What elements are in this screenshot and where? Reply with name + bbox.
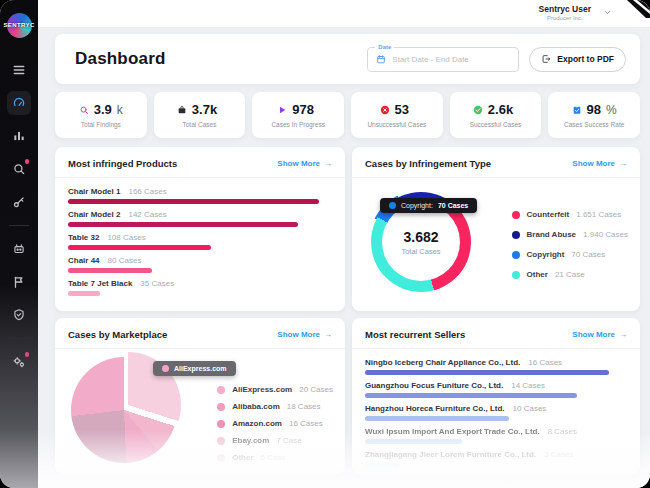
seller-name: Hangzhou Horeca Furniture Co., Ltd. (365, 404, 505, 413)
product-row[interactable]: Chair Model 2142 Cases (68, 210, 332, 227)
kpi-suffix: k (117, 103, 123, 117)
legend-item[interactable]: Counterfeit1.651 Cases (512, 210, 628, 219)
kpi-successful-cases[interactable]: 2.6k Successful Cases (450, 92, 542, 138)
app-logo[interactable]: SENTRYC (2, 12, 36, 42)
chevron-down-icon[interactable] (603, 8, 612, 17)
products-list: Chair Model 1166 Cases Chair Model 2142 … (55, 178, 345, 302)
sidebar-item-statistics[interactable] (7, 124, 31, 148)
briefcase-icon (177, 105, 187, 115)
header-actions: Date Start Date - End Date Export to PDF (367, 47, 626, 72)
sidebar-item-shield[interactable] (7, 303, 31, 327)
kpi-cases-success-rate[interactable]: 98% Cases Success Rate (548, 92, 640, 138)
seller-row[interactable]: Hangzhou Horeca Furniture Co., Ltd.10 Ca… (365, 404, 627, 421)
show-more-link[interactable]: Show More→ (277, 330, 332, 339)
legend-item[interactable]: Copyright70 Cases (512, 250, 628, 259)
seller-name: Zhangjiagang Jieer Lorem Furniture Co., … (365, 450, 536, 459)
seller-name: Ningbo Iceberg Chair Appliance Co., Ltd. (365, 358, 520, 367)
legend-dot (217, 420, 225, 428)
kpi-total-findings[interactable]: 3.9k Total Findings (55, 92, 147, 138)
product-name: Table 7 Jet Black (68, 279, 132, 288)
legend-item[interactable]: Other21 Case (512, 270, 628, 279)
legend-dot (217, 437, 225, 445)
user-name: Sentryc User (539, 4, 591, 14)
legend-item[interactable]: Alibaba.com18 Cases (217, 402, 333, 411)
legend-item[interactable]: AliExpress.com20 Cases (217, 385, 333, 394)
kpi-label: Unsuccessful Cases (367, 121, 426, 128)
sidebar-item-settings[interactable] (7, 350, 31, 374)
panel-title: Cases by Infringement Type (365, 158, 491, 169)
product-row[interactable]: Chair Model 1166 Cases (68, 187, 332, 204)
sidebar-item-search[interactable] (7, 157, 31, 181)
seller-row[interactable]: Zhangjiagang Jieer Lorem Furniture Co., … (365, 450, 627, 467)
search-icon (12, 162, 26, 176)
gauge-icon (12, 96, 26, 110)
check-circle-icon (473, 105, 483, 115)
panel-cases-by-marketplace: Cases by Marketplace Show More→ AliExpre… (55, 318, 345, 474)
marketplace-chart-area: AliExpress.com AliExpress.com20 Cases Al… (55, 349, 345, 469)
legend-dot (512, 271, 520, 279)
user-info: Sentryc User Producer Inc. (539, 4, 591, 21)
seller-row[interactable]: Guangzhou Focus Funiture Co., Ltd.14 Cas… (365, 381, 627, 398)
legend-item[interactable]: Brand Abuse1.940 Cases (512, 230, 628, 239)
show-more-link[interactable]: Show More→ (277, 159, 332, 168)
sellers-list: Ningbo Iceberg Chair Appliance Co., Ltd.… (352, 349, 640, 473)
date-field-label: Date (375, 44, 394, 50)
legend-item[interactable]: Amazon.com16 Cases (217, 419, 333, 428)
tooltip-label: Copyright: (401, 202, 433, 209)
show-more-link[interactable]: Show More→ (572, 330, 627, 339)
date-range-input[interactable]: Date Start Date - End Date (367, 47, 519, 72)
export-pdf-button[interactable]: Export to PDF (529, 47, 626, 72)
arrow-right-icon: → (619, 159, 627, 168)
sidebar-item-bot[interactable] (7, 237, 31, 261)
kpi-label: Cases Success Rate (564, 121, 624, 128)
legend-dot (217, 454, 225, 462)
seller-bar (365, 393, 577, 398)
show-more-link[interactable]: Show More→ (572, 159, 627, 168)
user-menu[interactable]: Sentryc User Producer Inc. (539, 4, 612, 21)
seller-row[interactable]: Wuxi Ipsum Import And Export Trade Co., … (365, 427, 627, 444)
menu-toggle-button[interactable] (7, 58, 31, 82)
mouse-cursor-artifact (620, 0, 650, 18)
tooltip-label: AliExpress.com (174, 365, 227, 372)
kpi-cases-in-progress[interactable]: 978 Cases In Progress (252, 92, 344, 138)
panel-cases-by-infringement-type: Cases by Infringement Type Show More→ 3.… (352, 147, 640, 311)
legend-dot (512, 211, 520, 219)
kpi-total-cases[interactable]: 3.7k Total Cases (154, 92, 246, 138)
product-bar (68, 245, 211, 250)
notification-badge (25, 159, 30, 164)
product-bar (68, 291, 100, 296)
logo-text: SENTRYC (2, 22, 36, 28)
kpi-label: Total Cases (183, 121, 217, 128)
product-row[interactable]: Chair 4480 Cases (68, 256, 332, 273)
legend-item[interactable]: Ebay.com7 Case (217, 436, 333, 445)
sidebar-item-dashboard[interactable] (7, 91, 31, 115)
nav-divider (9, 338, 29, 339)
legend-item[interactable]: Other6 Case (217, 453, 333, 462)
date-placeholder: Start Date - End Date (392, 55, 468, 64)
bar-chart-icon (12, 129, 26, 143)
seller-name: Guangzhou Focus Funiture Co., Ltd. (365, 381, 503, 390)
product-bar (68, 222, 298, 227)
main-content: Dashboard Date Start Date - End Date Exp… (38, 28, 650, 488)
product-cases: 35 Cases (140, 279, 174, 288)
product-name: Chair Model 1 (68, 187, 120, 196)
play-icon (277, 105, 287, 115)
seller-bar (365, 416, 509, 421)
product-cases: 166 Cases (128, 187, 166, 196)
product-row[interactable]: Table 32108 Cases (68, 233, 332, 250)
kpi-suffix: % (606, 103, 617, 117)
calendar-icon (376, 54, 386, 64)
hamburger-icon (12, 63, 26, 77)
key-icon (12, 195, 26, 209)
product-bar (68, 199, 319, 204)
x-circle-icon (380, 105, 390, 115)
seller-row[interactable]: Ningbo Iceberg Chair Appliance Co., Ltd.… (365, 358, 627, 375)
panel-most-infringed-products: Most infringed Products Show More→ Chair… (55, 147, 345, 311)
sidebar-item-flag[interactable] (7, 270, 31, 294)
kpi-unsuccessful-cases[interactable]: 53 Unsuccessful Cases (351, 92, 443, 138)
page-header: Dashboard Date Start Date - End Date Exp… (55, 34, 640, 84)
product-row[interactable]: Table 7 Jet Black35 Cases (68, 279, 332, 296)
chart-tooltip: AliExpress.com (153, 361, 236, 376)
infringement-legend: Counterfeit1.651 Cases Brand Abuse1.940 … (512, 210, 628, 290)
sidebar-item-key[interactable] (7, 190, 31, 214)
